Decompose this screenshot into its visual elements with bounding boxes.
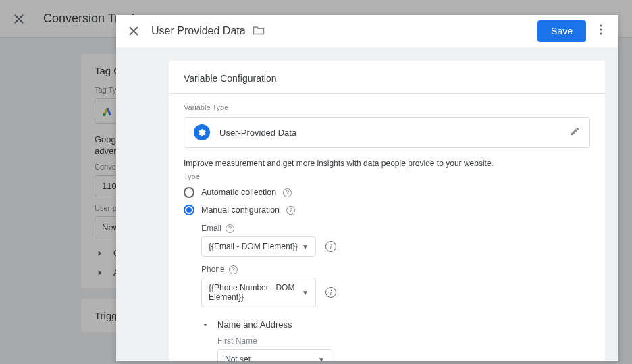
email-field-block: Email ? {{Email - DOM Element}} ▼ i (201, 224, 590, 257)
phone-value: {{Phone Number - DOM Element}} (209, 283, 302, 302)
chevron-down-icon: ▼ (302, 243, 309, 251)
variable-type-label: Variable Type (184, 103, 590, 111)
info-text: Improve measurement and get more insight… (184, 159, 590, 168)
first-name-block: First Name Not set ▼ (217, 336, 590, 361)
radio-manual[interactable]: Manual configuration ? (184, 205, 590, 215)
chevron-down-icon (201, 321, 209, 329)
phone-label: Phone (201, 265, 225, 274)
chevron-down-icon: ▼ (302, 289, 309, 296)
svg-point-1 (600, 24, 602, 26)
help-icon[interactable]: ? (283, 188, 292, 197)
help-icon[interactable]: ? (226, 224, 234, 233)
radio-auto-label: Automatic collection (201, 188, 276, 197)
edit-icon[interactable] (570, 126, 580, 139)
modal-title: User Provided Data (151, 25, 246, 37)
info-icon[interactable]: i (325, 241, 336, 252)
folder-icon[interactable] (253, 25, 265, 38)
radio-automatic[interactable]: Automatic collection ? (184, 187, 590, 198)
user-data-icon (194, 124, 210, 140)
help-icon[interactable]: ? (229, 265, 238, 274)
radio-icon-selected (184, 205, 194, 215)
email-dropdown[interactable]: {{Email - DOM Element}} ▼ (201, 236, 316, 257)
help-icon[interactable]: ? (286, 206, 295, 215)
modal-header: User Provided Data Save (116, 15, 618, 47)
more-menu-icon[interactable] (593, 24, 609, 38)
close-icon[interactable] (126, 23, 142, 39)
variable-editor-modal: User Provided Data Save Variable Configu… (116, 15, 618, 361)
config-title: Variable Configuration (169, 61, 605, 94)
type-label: Type (184, 172, 590, 180)
name-address-section[interactable]: Name and Address (201, 319, 590, 330)
info-icon[interactable]: i (325, 287, 336, 298)
phone-dropdown[interactable]: {{Phone Number - DOM Element}} ▼ (201, 278, 316, 307)
radio-icon (184, 187, 194, 198)
first-name-value: Not set (225, 355, 251, 361)
variable-type-selector[interactable]: User-Provided Data (184, 117, 590, 148)
variable-type-name: User-Provided Data (219, 128, 560, 138)
svg-point-2 (600, 28, 602, 30)
modal-body: Variable Configuration Variable Type Use… (116, 47, 618, 361)
phone-field-block: Phone ? {{Phone Number - DOM Element}} ▼… (201, 265, 590, 307)
name-address-label: Name and Address (217, 319, 292, 330)
save-button[interactable]: Save (537, 20, 586, 42)
radio-manual-label: Manual configuration (201, 205, 280, 215)
variable-config-card: Variable Configuration Variable Type Use… (169, 61, 605, 361)
first-name-dropdown[interactable]: Not set ▼ (217, 349, 332, 361)
email-value: {{Email - DOM Element}} (209, 242, 298, 251)
email-label: Email (201, 224, 221, 233)
chevron-down-icon: ▼ (318, 356, 325, 362)
svg-point-3 (600, 32, 602, 34)
first-name-label: First Name (217, 336, 590, 346)
